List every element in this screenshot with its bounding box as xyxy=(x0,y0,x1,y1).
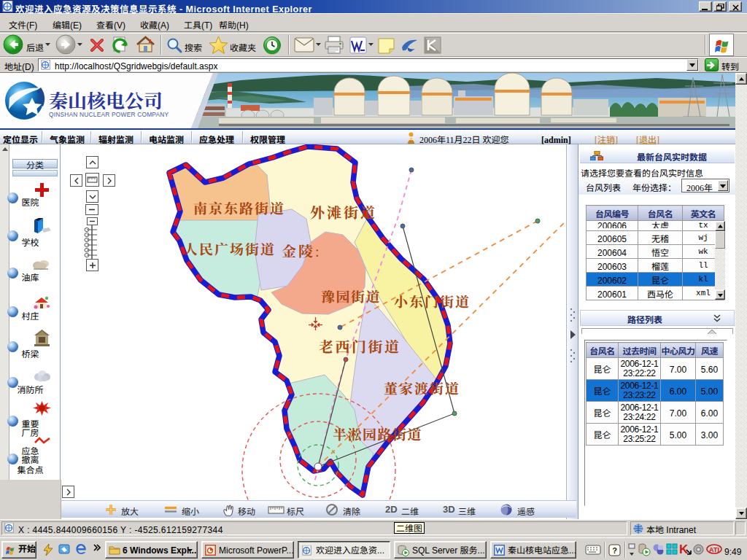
svg-text:老西门街道: 老西门街道 xyxy=(319,335,401,357)
svg-text:半淞园路街道: 半淞园路街道 xyxy=(333,424,422,443)
svg-text:人民广场街道: 人民广场街道 xyxy=(184,238,276,258)
svg-text:ATI: ATI xyxy=(709,546,719,553)
svg-text:董家渡街道: 董家渡街道 xyxy=(384,378,460,397)
svg-text:QINSHAN NUCLEAR POWER COMPANY: QINSHAN NUCLEAR POWER COMPANY xyxy=(49,111,169,118)
svg-text:秦山核电公司: 秦山核电公司 xyxy=(49,86,163,113)
svg-text:南京东路街道: 南京东路街道 xyxy=(193,198,285,217)
svg-text:?: ? xyxy=(612,546,617,555)
svg-text:外滩街道: 外滩街道 xyxy=(310,201,377,222)
svg-text:豫园街道: 豫园街道 xyxy=(321,286,381,306)
svg-text:小东门街道: 小东门街道 xyxy=(394,291,471,311)
svg-text:金陵:: 金陵: xyxy=(282,240,322,261)
